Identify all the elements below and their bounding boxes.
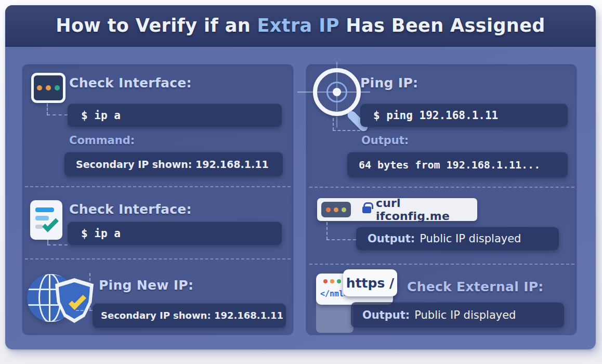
globe-meridian [49, 274, 50, 322]
doc-line [35, 216, 49, 220]
output-line: Output:Public IP displayed [368, 232, 521, 245]
command-text: $ ip a [81, 109, 121, 122]
window-controls-icon [321, 202, 351, 217]
command-label: Command: [69, 134, 135, 147]
doc-line [35, 207, 54, 212]
right-panel: Ping IP: $ ping 192.168.1.11 Output: 64 … [306, 64, 577, 335]
terminal-dot-icon [55, 85, 60, 90]
title-highlight: Extra IP [257, 15, 339, 36]
infographic-page: How to Verify if an Extra IP Has Been As… [0, 0, 602, 364]
output-box: 64 bytes from 192.168.1.11... [347, 152, 568, 177]
output-label: Output: [368, 232, 415, 245]
connector-line [76, 310, 93, 311]
checkmark-icon [69, 292, 86, 310]
infographic-card: How to Verify if an Extra IP Has Been As… [5, 5, 596, 349]
terminal-dot-icon [37, 85, 42, 90]
header: How to Verify if an Extra IP Has Been As… [5, 5, 596, 47]
output-text: 64 bytes from 192.168.1.11... [359, 159, 540, 171]
output-text: Public IP displayed [414, 309, 516, 321]
output-text: Secondary IP shown: 192.168.1.11 [101, 310, 283, 321]
connector-line [333, 130, 360, 131]
connector-line [326, 239, 356, 240]
left-panel: Check Interface: $ ip a Command: Seconda… [22, 64, 294, 335]
content-body: Check Interface: $ ip a Command: Seconda… [5, 47, 596, 349]
output-box: Secondary IP shown: 192.168.1.11 [93, 303, 286, 328]
title-prefix: How to Verify if an [56, 15, 257, 36]
command-text: $ ip a [81, 227, 121, 240]
window-dot-icon [330, 279, 334, 283]
window-dot-icon [334, 207, 338, 212]
section-heading: Ping IP: [360, 75, 418, 90]
connector-line [47, 244, 68, 245]
target-dot [333, 88, 341, 96]
output-label: Output: [362, 309, 410, 321]
magnifier-target-icon [306, 64, 368, 132]
command-text: $ ping 192.168.1.11 [373, 109, 498, 122]
connector-line [326, 222, 328, 240]
window-dot-icon [323, 279, 328, 283]
section-divider [309, 264, 574, 265]
output-box: Secondary IP shown: 192.168.1.11 [64, 152, 283, 176]
command-box: $ ping 192.168.1.11 [360, 103, 568, 127]
section-divider [25, 186, 291, 187]
page-title: How to Verify if an Extra IP Has Been As… [56, 15, 545, 36]
shield-inner [59, 282, 90, 319]
connector-line [333, 118, 334, 131]
section-divider [309, 187, 574, 188]
padlock-icon [362, 206, 371, 213]
section-divider [25, 258, 291, 259]
address-text: curl ifconfig.me [376, 197, 477, 223]
command-box: $ ip a [68, 103, 282, 127]
output-text: Secondary IP shown: 192.168.1.11 [76, 159, 269, 170]
browser-address-bar: curl ifconfig.me [317, 198, 477, 221]
https-label: https / [346, 276, 394, 291]
output-box: Output:Public IP displayed [351, 302, 564, 328]
title-suffix: Has Been Assigned [339, 15, 545, 36]
https-tab: https / [343, 269, 397, 296]
connector-line [47, 103, 48, 115]
window-dot-icon [326, 207, 331, 212]
section-heading: Check Interface: [69, 202, 192, 217]
output-box: Output:Public IP displayed [356, 227, 559, 250]
window-dot-icon [337, 279, 341, 283]
output-label: Output: [361, 134, 409, 147]
window-dot-icon [342, 207, 346, 212]
output-line: Output:Public IP displayed [362, 309, 516, 321]
terminal-dot-icon [46, 85, 51, 90]
section-heading: Check Interface: [69, 75, 192, 90]
command-box: $ ip a [68, 222, 282, 245]
document-checklist-icon [30, 200, 62, 240]
section-heading: Ping New IP: [99, 278, 193, 293]
connector-line [89, 273, 90, 310]
output-text: Public IP displayed [420, 232, 521, 245]
connector-line [47, 114, 68, 115]
section-heading: Check External IP: [407, 279, 544, 294]
terminal-window-icon [31, 73, 66, 103]
